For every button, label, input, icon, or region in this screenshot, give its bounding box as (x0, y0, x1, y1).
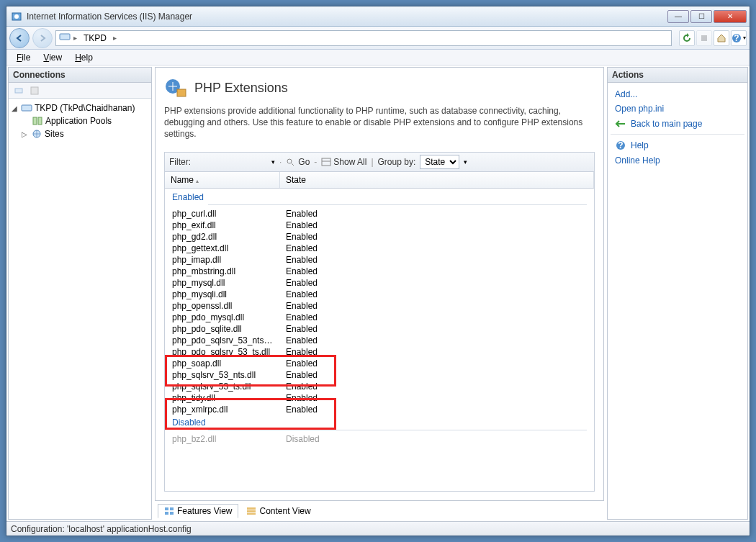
extension-state: Enabled (280, 209, 594, 219)
maximize-button[interactable]: ☐ (690, 10, 712, 23)
svg-rect-13 (177, 89, 186, 96)
extension-state: Enabled (280, 278, 594, 288)
action-add[interactable]: Add... (611, 87, 744, 101)
tree-app-pools[interactable]: Application Pools (10, 114, 150, 127)
refresh-icon[interactable] (679, 30, 695, 46)
extension-state: Enabled (280, 266, 594, 276)
extension-row[interactable]: php_pdo_sqlsrv_53_ts.dllEnabled (165, 346, 594, 358)
extension-row[interactable]: php_gettext.dllEnabled (165, 243, 594, 254)
svg-rect-7 (31, 87, 38, 94)
features-view-tab[interactable]: Features View (158, 504, 238, 518)
menubar: File View Help (6, 50, 750, 66)
extension-row[interactable]: php_pdo_mysql.dllEnabled (165, 312, 594, 323)
extension-row[interactable]: php_tidy.dllEnabled (165, 392, 594, 404)
extension-name: php_imap.dll (165, 255, 280, 265)
window-buttons: — ☐ ✕ (666, 10, 747, 23)
expander-icon[interactable]: ▷ (22, 130, 29, 138)
extension-state: Enabled (280, 289, 594, 299)
expander-icon[interactable]: ◢ (12, 104, 19, 112)
col-state-header[interactable]: State (280, 172, 594, 188)
svg-rect-21 (170, 512, 174, 515)
extension-name: php_sqlsrv_53_ts.dll (165, 381, 280, 392)
show-all-button[interactable]: Show All (321, 157, 366, 167)
tree-sites[interactable]: ▷ Sites (10, 127, 150, 140)
help-dropdown-icon[interactable]: ?▾ (731, 30, 747, 46)
extension-row[interactable]: php_curl.dllEnabled (165, 208, 594, 220)
show-all-icon (321, 158, 331, 166)
nav-forward-button[interactable] (32, 28, 53, 48)
extension-row[interactable]: php_mysql.dllEnabled (165, 277, 594, 289)
svg-text:?: ? (734, 33, 739, 43)
extension-row[interactable]: php_mbstring.dllEnabled (165, 266, 594, 277)
main-body: Connections ◢ TKPD (TkPd\Chaidhanan) App… (6, 66, 750, 521)
extension-name: php_gettext.dll (165, 243, 280, 253)
extension-row[interactable]: php_sqlsrv_53_nts.dllEnabled (165, 369, 594, 381)
extension-state: Enabled (280, 347, 594, 357)
extension-state: Enabled (280, 370, 594, 380)
action-back[interactable]: Back to main page (611, 116, 744, 135)
home-icon[interactable] (714, 30, 729, 46)
content-view-tab[interactable]: Content View (240, 504, 317, 518)
svg-rect-3 (701, 35, 707, 41)
extension-row[interactable]: php_mysqli.dllEnabled (165, 289, 594, 300)
sites-icon (31, 128, 42, 140)
extension-row[interactable]: php_openssl.dllEnabled (165, 300, 594, 312)
extension-row[interactable]: php_sqlsrv_53_ts.dllEnabled (165, 381, 594, 392)
group-header[interactable]: Disabled (165, 415, 594, 430)
grid-body[interactable]: Enabledphp_curl.dllEnabledphp_exif.dllEn… (165, 189, 594, 491)
filter-go-button[interactable]: Go (286, 157, 310, 167)
stop-icon[interactable] (696, 30, 712, 46)
extension-name: php_pdo_sqlsrv_53_nts.dll (165, 335, 280, 345)
extension-row[interactable]: php_pdo_sqlsrv_53_nts.dllEnabled (165, 335, 594, 346)
extension-row[interactable]: php_gd2.dllEnabled (165, 231, 594, 243)
center-panel: PHP Extensions PHP extensions provide ad… (155, 67, 604, 520)
extension-row[interactable]: php_bz2.dllDisabled (165, 433, 594, 445)
extension-row[interactable]: php_pdo_sqlite.dllEnabled (165, 323, 594, 335)
svg-line-15 (292, 163, 294, 166)
grid-header: Name ▴ State (165, 172, 594, 189)
extension-state: Enabled (280, 312, 594, 322)
extension-state: Enabled (280, 381, 594, 392)
extension-name: php_mbstring.dll (165, 266, 280, 276)
svg-point-14 (287, 159, 292, 163)
save-icon[interactable] (27, 83, 42, 98)
filter-bar: Filter: ▾ · Go - Show All | Group by: (164, 152, 595, 172)
menu-view[interactable]: View (37, 51, 68, 64)
extension-name: php_exif.dll (165, 220, 280, 230)
extension-row[interactable]: php_xmlrpc.dllEnabled (165, 404, 594, 415)
group-by-select[interactable]: State (420, 155, 459, 169)
extension-row[interactable]: php_exif.dllEnabled (165, 220, 594, 231)
action-online-help[interactable]: Online Help (611, 153, 744, 168)
minimize-button[interactable]: — (667, 10, 689, 23)
tree-root-label: TKPD (TkPd\Chaidhanan) (35, 103, 135, 113)
extension-row[interactable]: php_soap.dllEnabled (165, 358, 594, 369)
help-icon: ? (615, 140, 626, 151)
page-heading: PHP Extensions (164, 76, 595, 99)
extension-state: Enabled (280, 255, 594, 265)
filter-input[interactable] (195, 157, 267, 167)
col-name-header[interactable]: Name ▴ (165, 172, 280, 188)
page-title: PHP Extensions (194, 81, 288, 96)
svg-rect-20 (165, 512, 168, 515)
menu-file[interactable]: File (11, 51, 36, 64)
server-icon (21, 102, 32, 114)
menu-help[interactable]: Help (69, 51, 99, 64)
tree-root[interactable]: ◢ TKPD (TkPd\Chaidhanan) (10, 101, 150, 114)
extension-name: php_soap.dll (165, 358, 280, 369)
connect-icon[interactable] (12, 83, 26, 98)
content-view-icon (246, 507, 256, 515)
actions-list: Add... Open php.ini Back to main page ? … (608, 83, 747, 519)
group-header[interactable]: Enabled (165, 190, 594, 204)
action-open-php-ini[interactable]: Open php.ini (611, 101, 744, 116)
close-button[interactable]: ✕ (714, 10, 747, 23)
extension-row[interactable]: php_imap.dllEnabled (165, 254, 594, 266)
extensions-grid: Name ▴ State Enabledphp_curl.dllEnabledp… (164, 172, 595, 492)
breadcrumb[interactable]: ▸ TKPD ▸ (55, 30, 672, 46)
svg-rect-16 (322, 158, 330, 166)
nav-back-button[interactable] (9, 28, 30, 48)
breadcrumb-item[interactable]: TKPD (80, 32, 110, 45)
extension-name: php_gd2.dll (165, 232, 280, 242)
extension-state: Enabled (280, 220, 594, 230)
action-help[interactable]: ? Help (611, 137, 744, 153)
svg-rect-22 (247, 507, 256, 510)
